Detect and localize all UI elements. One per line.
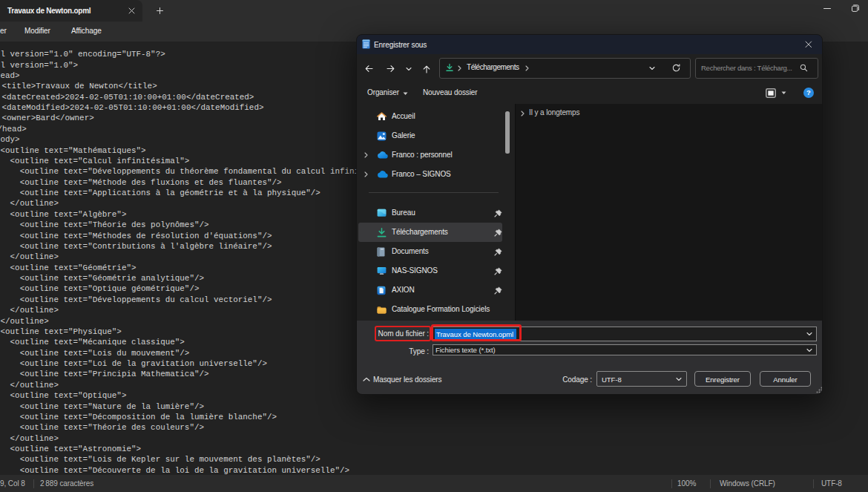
svg-text:?: ?	[806, 88, 811, 96]
